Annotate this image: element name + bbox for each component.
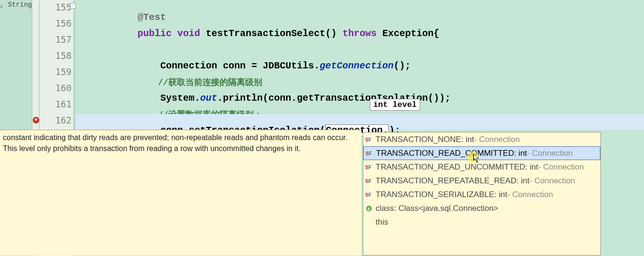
fold-toggle-icon[interactable]: − [70, 3, 76, 9]
static-field-icon: SF [365, 177, 373, 185]
autocomplete-popup[interactable]: SF TRANSACTION_NONE : int - Connection S… [363, 132, 601, 256]
code-line-current[interactable]: conn.setTransactionIsolation(Connection.… [76, 114, 644, 130]
ac-item-type: : int [514, 149, 527, 158]
code-line[interactable]: //设置数据库的隔离级别： [76, 98, 644, 114]
blank-icon [365, 218, 373, 226]
ac-item-name: class [376, 204, 394, 213]
code-line[interactable]: Connection conn = JDBCUtils.getConnectio… [76, 49, 644, 65]
ac-item-name: TRANSACTION_NONE [376, 135, 461, 144]
ac-item-from: - Connection [507, 190, 553, 199]
code-line[interactable] [76, 33, 644, 49]
code-line[interactable]: @Test [76, 1, 644, 17]
error-icon[interactable]: ✖ [33, 117, 39, 123]
code-line[interactable]: public void testTransactionSelect() thro… [76, 17, 644, 33]
autocomplete-item[interactable]: SF TRANSACTION_READ_UNCOMMITTED : int - … [363, 160, 600, 174]
static-field-icon: SF [365, 136, 373, 143]
ac-item-name: TRANSACTION_REPEATABLE_READ [376, 176, 516, 186]
svg-text:S: S [365, 179, 368, 184]
line-number: 156 [55, 18, 72, 28]
class-icon: s [365, 205, 373, 212]
autocomplete-item[interactable]: SF TRANSACTION_SERIALIZABLE : int - Conn… [363, 188, 600, 201]
ac-item-type: : int [525, 162, 538, 172]
ac-item-name: TRANSACTION_READ_UNCOMMITTED [376, 162, 525, 172]
ac-item-type: : Class<java.sql.Connection> [394, 204, 498, 213]
autocomplete-item[interactable]: SF TRANSACTION_NONE : int - Connection [363, 133, 600, 146]
autocomplete-item[interactable]: SF TRANSACTION_REPEATABLE_READ : int - C… [363, 174, 600, 188]
svg-text:F: F [368, 192, 371, 198]
static-field-icon: SF [365, 163, 373, 171]
ide-root: , String 155 156 157 158 159 160 161 162… [0, 0, 644, 256]
autocomplete-item[interactable]: s class : Class<java.sql.Connection> [363, 201, 600, 215]
outline-fragment: , String [0, 1, 32, 9]
autocomplete-item[interactable]: this [363, 215, 600, 229]
line-number: 160 [55, 83, 72, 93]
ac-item-type: : int [461, 135, 474, 144]
static-field-icon: SF [366, 150, 373, 157]
svg-text:F: F [369, 151, 372, 156]
line-number: 161 [55, 99, 72, 109]
line-number: 162 [55, 115, 72, 125]
ac-item-type: : int [516, 176, 529, 186]
code-line[interactable]: //获取当前连接的隔离级别 [76, 66, 644, 81]
javadoc-text: constant indicating that dirty reads are… [3, 133, 348, 152]
parameter-hint: int level [370, 99, 420, 111]
ac-item-from: - Connection [474, 135, 520, 144]
ac-item-from: - Connection [527, 149, 572, 158]
ac-item-from: - Connection [538, 162, 584, 172]
line-number: 159 [55, 66, 72, 77]
static-field-icon: SF [365, 191, 373, 199]
ac-item-type: : int [494, 190, 507, 199]
line-number: 155 [55, 2, 72, 12]
autocomplete-item-selected[interactable]: SF TRANSACTION_READ_COMMITTED : int - Co… [363, 146, 600, 160]
ac-item-name: TRANSACTION_SERIALIZABLE [376, 190, 494, 199]
svg-text:S: S [366, 151, 369, 156]
svg-text:F: F [368, 165, 371, 170]
parameter-hint-text: int level [373, 100, 417, 109]
svg-text:F: F [368, 137, 371, 142]
svg-text:F: F [368, 179, 371, 184]
svg-text:S: S [365, 192, 368, 198]
ac-item-name: this [376, 218, 388, 227]
svg-text:S: S [365, 165, 368, 170]
javadoc-popup[interactable]: constant indicating that dirty reads are… [0, 130, 361, 256]
ac-item-name: TRANSACTION_READ_COMMITTED [376, 149, 514, 158]
line-number: 158 [55, 50, 72, 61]
ac-item-from: - Connection [529, 176, 575, 186]
line-number: 157 [55, 34, 72, 45]
code-line[interactable]: System.out.println(conn.getTransactionIs… [76, 82, 644, 97]
svg-text:s: s [368, 206, 370, 211]
svg-text:S: S [365, 137, 368, 142]
